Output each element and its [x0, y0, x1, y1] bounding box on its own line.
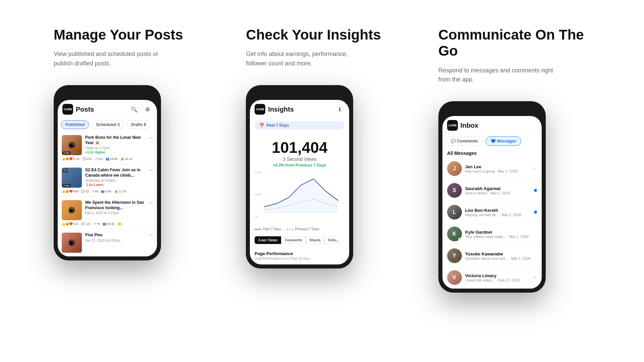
read-checkmark-victoria: ✓: [533, 275, 537, 280]
message-item-yusuke[interactable]: Y Yusuke Kawanabe Question about your la…: [442, 245, 542, 267]
notch-posts: [86, 89, 129, 98]
chart-tab-3sec[interactable]: 3-sec Views: [255, 236, 281, 244]
chart-area: 210K 105K 0K: [250, 171, 349, 225]
post-item-cabin[interactable]: 3 min 📷 S2:E4 Cabin Fever Join us in Can…: [58, 164, 157, 197]
post-more-pies[interactable]: ···: [149, 233, 153, 238]
post-info-sf: We Spent the Afternoon in San Fransisco …: [85, 200, 146, 216]
inbox-header: CARB Inbox: [442, 116, 542, 134]
post-more-sf[interactable]: ···: [149, 200, 153, 205]
msg-preview-saurabh: Sent a sticker · Mar 2, 2020: [465, 191, 537, 195]
chart-legend: Past 7 Days Previous 7 Days: [250, 225, 349, 234]
msg-name-jen: Jen Lee: [465, 164, 537, 169]
page-perf-sub: Total Performance from Past 28 days: [255, 257, 344, 260]
insights-header-left: CARB Insights: [255, 104, 294, 115]
msg-preview-jen: Hey how's it going · Mar 2, 2020: [465, 169, 537, 173]
feature-column-inbox: Communicate On The Go Respond to message…: [418, 27, 610, 293]
feature-title-posts: Manage Your Posts: [54, 27, 183, 43]
chart-tabs: 3-sec Views Comments Shares Follo...: [250, 234, 349, 247]
earnings-stat-pork: 💰24.20: [120, 157, 132, 161]
phone-posts: CARB Posts 🔍 ⚙ Published Scheduled 3 Dra…: [54, 85, 161, 260]
read-checkmark-jen: ✓: [533, 166, 537, 171]
chart-tab-comments[interactable]: Comments: [281, 236, 306, 244]
chart-svg: [255, 171, 344, 218]
post-date-pork: Today at 1:21pm: [85, 146, 146, 150]
tab-drafts[interactable]: Drafts 8: [127, 120, 151, 129]
msg-content-victoria: Victoria Limary Loved this video... · Fe…: [465, 273, 537, 282]
message-item-lior[interactable]: L Lior Ben-Kereth Helping out with M... …: [442, 201, 542, 223]
post-perf-cabin: -1.6x Lower: [85, 183, 146, 187]
post-item-top-pies: ▶ Five Pies Jan 27, 2020 at 6:02pm ···: [62, 233, 153, 253]
posts-tabs-bar: Published Scheduled 3 Drafts 8: [58, 118, 157, 132]
tab-published[interactable]: Published: [61, 120, 89, 129]
post-date-pies: Jan 27, 2020 at 6:02pm: [85, 239, 146, 242]
info-icon[interactable]: ℹ: [335, 105, 344, 114]
inbox-header-left: CARB Inbox: [447, 120, 478, 131]
shares-stat-pork: ↗121: [95, 157, 103, 161]
phone-notch-inbox: [442, 105, 542, 116]
posts-header-icons: 🔍 ⚙: [129, 105, 152, 114]
message-item-saurabh[interactable]: S Saurabh Agarwal Sent a sticker · Mar 2…: [442, 180, 542, 201]
duration-badge-cabin: 3 min: [62, 184, 70, 187]
message-item-victoria[interactable]: V Victoria Limary Loved this video... · …: [442, 267, 542, 289]
phone-notch-insights: [250, 89, 349, 100]
carb-logo-insights: CARB: [255, 104, 265, 115]
feature-desc-posts: View published and scheduled posts or pu…: [54, 50, 174, 68]
post-item-sf[interactable]: ▶ We Spent the Afternoon in San Fransisc…: [58, 197, 157, 229]
post-item-pies[interactable]: ▶ Five Pies Jan 27, 2020 at 6:02pm ···: [58, 229, 157, 256]
play-icon-pork: ▶: [68, 142, 75, 148]
reactions-stat-cabin: 👍😮❤️693: [62, 190, 78, 193]
post-item-pork[interactable]: 3 min ▶ Pork Buns for the Lunar New Year…: [58, 132, 157, 164]
messages-tab-icon: 💙: [491, 139, 496, 143]
legend-current: Past 7 Days: [255, 227, 281, 231]
inbox-app: CARB Inbox 💬 Comments 💙 Messages: [442, 116, 542, 289]
post-title-sf: We Spent the Afternoon in San Fransisco …: [85, 200, 146, 210]
post-thumb-cabin: 3 min 📷: [62, 168, 82, 188]
play-icon-pies: ▶: [68, 239, 75, 246]
post-more-pork[interactable]: ···: [149, 135, 153, 140]
feature-title-inbox: Communicate On The Go: [438, 27, 590, 59]
post-thumb-sf: ▶: [62, 200, 82, 220]
insights-title: Insights: [268, 106, 294, 113]
post-thumb-pork: 3 min ▶: [62, 135, 82, 155]
reach-stat-cabin: 👥9.6K: [101, 190, 112, 193]
posts-header-left: CARB Posts: [62, 104, 94, 115]
chart-tab-shares[interactable]: Shares: [306, 236, 324, 244]
post-item-top-cabin: 3 min 📷 S2:E4 Cabin Fever Join us in Can…: [62, 168, 153, 188]
tab-comments[interactable]: 💬 Comments: [446, 136, 483, 146]
unread-dot-saurabh: [534, 189, 537, 192]
y-label-bot: 0K: [255, 215, 261, 218]
notch-inbox: [470, 105, 514, 114]
post-item-top-sf: ▶ We Spent the Afternoon in San Fransisc…: [62, 200, 153, 220]
search-icon[interactable]: 🔍: [129, 105, 139, 114]
carb-logo-posts: CARB: [62, 104, 73, 115]
post-title-pork: Pork Buns for the Lunar New Year 🎉: [85, 135, 146, 145]
reactions-stat-sf: 👍😮❤️121: [62, 222, 78, 226]
filter-icon[interactable]: ⚙: [143, 105, 152, 114]
msg-name-victoria: Victoria Limary: [465, 273, 537, 278]
cam-icon-cabin: 📷: [63, 169, 68, 173]
avatar-lior: L: [447, 205, 462, 220]
tab-scheduled[interactable]: Scheduled 3: [92, 120, 124, 129]
calendar-icon: 📅: [259, 123, 264, 128]
phone-notch-posts: [58, 89, 157, 100]
message-item-kyle[interactable]: K Kyle Gardner Your videos have really..…: [442, 223, 542, 245]
post-stats-cabin: 👍😮❤️693 💬33 ↗66 👥9.6K 💰11.33: [62, 190, 153, 193]
post-more-cabin[interactable]: ···: [149, 168, 153, 173]
big-number: 101,404: [255, 140, 344, 155]
reach-stat-pork: 👥19.6K: [106, 157, 118, 161]
reach-stat-sf: 👥40.4K: [103, 222, 115, 226]
post-info-pork: Pork Buns for the Lunar New Year 🎉 Today…: [85, 135, 146, 154]
post-date-sf: Feb 2, 2020 at 5:15pm: [85, 211, 146, 215]
avatar-saurabh: S: [447, 183, 462, 198]
period-selector[interactable]: 📅 Past 7 Days: [255, 121, 344, 130]
chart-tab-followers[interactable]: Follo...: [324, 236, 342, 244]
earnings-stat-sf: 🪙···: [118, 222, 125, 226]
notch-insights: [278, 89, 321, 98]
posts-app: CARB Posts 🔍 ⚙ Published Scheduled 3 Dra…: [58, 100, 157, 256]
feature-column-posts: Manage Your Posts View published and sch…: [34, 27, 226, 260]
message-item-jen[interactable]: J Jen Lee Hey how's it going · Mar 2, 20…: [442, 158, 542, 180]
tab-messages[interactable]: 💙 Messages: [486, 136, 521, 146]
earnings-stat-cabin: 💰11.33: [114, 190, 126, 193]
legend-label-previous: Previous 7 Days: [295, 227, 319, 231]
post-stats-sf: 👍😮❤️121 💬122 ↗76 👥40.4K 🪙···: [62, 222, 153, 226]
